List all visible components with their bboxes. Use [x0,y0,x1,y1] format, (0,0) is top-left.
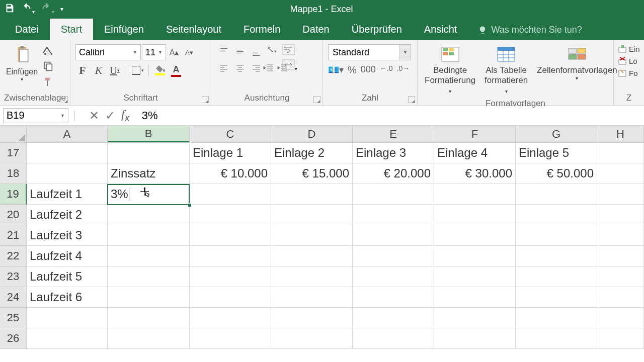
align-center-icon[interactable] [232,60,248,75]
row-header-23[interactable]: 23 [0,266,27,287]
cell-D26[interactable] [271,328,353,349]
insert-cells-button[interactable]: Ein [618,44,640,53]
cell-B26[interactable] [108,328,190,349]
col-header-F[interactable]: F [434,126,516,142]
cell-C18[interactable]: € 10.000 [190,163,271,184]
cell-H26[interactable] [597,328,644,349]
cell-E20[interactable] [353,205,434,225]
tab-seitenlayout[interactable]: Seitenlayout [155,19,232,40]
cell-G24[interactable] [516,287,597,308]
tab-formeln[interactable]: Formeln [232,19,291,40]
formula-input[interactable]: 3% [138,109,644,122]
bold-button[interactable]: F [75,63,90,77]
cell-F24[interactable] [434,287,516,308]
undo-icon[interactable]: ▾ [21,3,35,16]
increase-indent-icon[interactable] [277,63,288,74]
cell-F21[interactable] [434,225,516,246]
redo-icon[interactable]: ▾ [41,3,54,16]
increase-font-icon[interactable]: A▴ [167,45,181,59]
cell-C26[interactable] [190,328,271,349]
row-header-24[interactable]: 24 [0,287,27,308]
cell-H17[interactable] [597,143,644,163]
decrease-font-icon[interactable]: A▾ [182,45,196,59]
cell-styles-button[interactable]: Zellenformatvorlagen ▾ [537,44,617,81]
align-left-icon[interactable] [216,60,231,75]
row-header-22[interactable]: 22 [0,246,27,266]
cell-B22[interactable] [108,246,190,266]
col-header-E[interactable]: E [353,126,434,142]
cell-D21[interactable] [271,225,353,246]
accounting-format-icon[interactable]: 💶▾ [328,64,344,76]
col-header-B[interactable]: B [108,126,190,142]
cell-A19[interactable]: Laufzeit 1 [27,184,108,205]
align-top-icon[interactable] [216,44,231,59]
cell-F25[interactable] [434,308,516,328]
cell-D20[interactable] [271,205,353,225]
cell-A22[interactable]: Laufzeit 4 [27,246,108,266]
tab-einfuegen[interactable]: Einfügen [93,19,155,40]
cell-D24[interactable] [271,287,353,308]
cut-icon[interactable] [43,44,54,57]
format-cells-button[interactable]: Fo [618,68,638,77]
row-header-20[interactable]: 20 [0,205,27,225]
cell-D17[interactable]: Einlage 2 [271,143,353,163]
orientation-icon[interactable]: ⤡▾ [267,44,277,55]
cell-E21[interactable] [353,225,434,246]
cell-B21[interactable] [108,225,190,246]
font-size-dropdown[interactable]: 11▼ [142,44,166,60]
save-icon[interactable] [4,3,15,16]
cell-H20[interactable] [597,205,644,225]
cell-A24[interactable]: Laufzeit 6 [27,287,108,308]
cell-E26[interactable] [353,328,434,349]
cell-F23[interactable] [434,266,516,287]
align-right-icon[interactable] [249,60,264,75]
font-color-icon[interactable]: A [169,64,183,77]
cell-G20[interactable] [516,205,597,225]
cell-B20[interactable] [108,205,190,225]
select-all-corner[interactable] [0,126,27,142]
fill-color-icon[interactable] [153,65,167,75]
cell-C19[interactable] [190,184,271,205]
cell-F17[interactable]: Einlage 4 [434,143,516,163]
underline-button[interactable]: U▾ [108,63,122,77]
tab-daten[interactable]: Daten [291,19,340,40]
align-middle-icon[interactable] [232,44,248,59]
cell-A21[interactable]: Laufzeit 3 [27,225,108,246]
cell-C17[interactable]: Einlage 1 [190,143,271,163]
cell-F20[interactable] [434,205,516,225]
col-header-G[interactable]: G [516,126,597,142]
format-as-table-button[interactable]: Als Tabelle formatieren ▾ [485,44,528,96]
decrease-indent-icon[interactable] [263,63,274,74]
cell-A26[interactable] [27,328,108,349]
cell-F19[interactable] [434,184,516,205]
spreadsheet-grid[interactable]: A B C D E F G H 17 Einlage 1 Einlage 2 E… [0,126,644,349]
cell-H21[interactable] [597,225,644,246]
cell-B24[interactable] [108,287,190,308]
cell-G18[interactable]: € 50.000 [516,163,597,184]
tab-datei[interactable]: Datei [4,19,50,40]
cell-G22[interactable] [516,246,597,266]
row-header-21[interactable]: 21 [0,225,27,246]
cell-A25[interactable] [27,308,108,328]
cell-C21[interactable] [190,225,271,246]
row-header-17[interactable]: 17 [0,143,27,163]
cell-E25[interactable] [353,308,434,328]
row-header-25[interactable]: 25 [0,308,27,328]
cell-H19[interactable] [597,184,644,205]
cell-E17[interactable]: Einlage 3 [353,143,434,163]
cell-H24[interactable] [597,287,644,308]
cancel-edit-icon[interactable]: ✕ [89,109,99,123]
cell-C20[interactable] [190,205,271,225]
cell-B23[interactable] [108,266,190,287]
delete-cells-button[interactable]: Lö [618,56,637,65]
conditional-formatting-button[interactable]: Bedingte Formatierung ▾ [425,44,475,96]
cell-H23[interactable] [597,266,644,287]
cell-E22[interactable] [353,246,434,266]
align-bottom-icon[interactable] [249,44,264,59]
percent-format-icon[interactable]: % [348,64,357,76]
increase-decimal-icon[interactable]: ←.0 [380,64,393,76]
cell-F18[interactable]: € 30.000 [434,163,516,184]
cell-D23[interactable] [271,266,353,287]
cell-B19[interactable]: 3% [108,184,190,205]
insert-function-icon[interactable]: fx [121,108,130,124]
